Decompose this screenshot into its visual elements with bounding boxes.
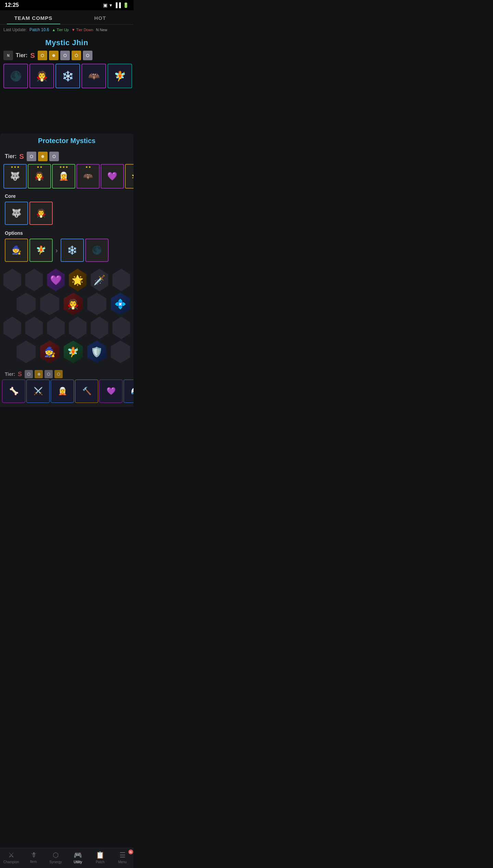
strip-champ-6[interactable]: 🌊 [124,380,134,403]
utility-label: Utility [74,860,82,864]
modal-trait-icons: ⬡ ⊕ ⬡ [27,152,59,161]
nav-utility[interactable]: 🎮 Utility [68,851,87,864]
hex-face-purple-1: 💜 [50,275,62,286]
hex-empty-9 [46,317,66,339]
second-tier-label: Tier: [5,371,15,377]
modal-tier-row: Tier: S ⬡ ⊕ ⬡ [0,147,134,164]
hex-dark-1[interactable]: 🗡️ [89,269,110,291]
trait-icon-3: ⬡ [60,51,70,60]
champ-box-1[interactable]: 🌑 [3,64,28,88]
hex-gold-1[interactable]: 🌟 [67,269,88,291]
bottom-strip[interactable]: 🦴 ⚔️ 🧝 🔨 💜 🌊 🍃 🗡️ [0,380,134,403]
strip-champ-5[interactable]: 💜 [99,380,123,403]
core-label: Core [0,191,134,200]
modal-overlay: Protector Mystics Tier: S ⬡ ⊕ ⬡ ★★★ 🐺 ★★… [0,133,134,407]
hex-blue-1[interactable]: 💠 [109,293,131,315]
hex-empty-14 [109,341,131,363]
hex-red-2[interactable]: 🧙 [39,341,61,363]
update-bar: Last Update: Patch 10.6 ▲ Tier Up ▼ Tier… [0,25,134,35]
hex-row-3 [2,317,131,339]
strip-champ-1[interactable]: 🦴 [2,380,25,403]
strip-champ-2[interactable]: ⚔️ [26,380,50,403]
nav-champion[interactable]: ⚔ Champion [2,851,21,864]
modal-champ-4[interactable]: ★★ 🦇 [76,164,100,189]
menu-icon: ☰ [119,851,126,859]
champ-box-2[interactable]: 🧛 [29,64,54,88]
hex-empty-4 [15,293,37,315]
synergy-icon: ⬡ [53,851,59,859]
hex-purple-1[interactable]: 💜 [46,269,66,291]
status-time: 12:25 [5,2,19,8]
modal-champs[interactable]: ★★★ 🐺 ★★ 🧛 ★★★ 🧝 ★★ 🦇 💜 🌟 🧚 🗡️ [0,164,134,191]
battery-icon: 🔋 [123,2,129,8]
hex-row-4: 🧙 🧚 🛡️ [15,341,131,363]
patch-link[interactable]: Patch 10.6 [29,27,49,32]
hex-face-red-1: 🧛 [67,298,79,310]
menu-label: Menu [118,860,127,864]
tab-team-comps[interactable]: TEAM COMPS [0,10,67,24]
modal-champ-1[interactable]: ★★★ 🐺 [3,164,27,189]
signal-icon: ▐▐ [114,2,121,8]
trait-icon-4: ⬡ [72,51,81,60]
modal-title: Protector Mystics [0,133,134,147]
champs-scroll[interactable]: 🌑 🧛 ❄️ 🦇 🧚 🌿 💜 🗡️ [0,62,134,91]
modal-trait-1: ⬡ [27,152,36,161]
modal-champ-6[interactable]: 🌟 [125,164,134,189]
core-champ-1[interactable]: 🐺 [5,202,28,225]
champ-box-3[interactable]: ❄️ [55,64,80,88]
champ-box-4[interactable]: 🦇 [81,64,106,88]
option-champ-4[interactable]: 🌑 [85,239,109,262]
second-trait-1: ⬡ [25,370,33,378]
hex-empty-13 [15,341,37,363]
new-badge: N [3,51,13,60]
core-row: 🐺 🧛 [0,200,134,228]
strip-champ-3[interactable]: 🧝 [51,380,74,403]
nav-synergy[interactable]: ⬡ Synergy [46,851,65,864]
hex-board: 💜 🌟 🗡️ 🧛 💠 [0,265,134,368]
option-champ-3[interactable]: ❄️ [61,239,84,262]
patch-label: Patch [96,860,105,864]
tier-down-label: ▼ Tier Down [72,28,93,32]
wifi-icon: ▾ [110,2,112,8]
second-trait-2: ⊕ [35,370,43,378]
tier-value: S [30,52,35,60]
hex-empty-6 [86,293,108,315]
modal-champ-3[interactable]: ★★★ 🧝 [52,164,75,189]
core-champ-2[interactable]: 🧛 [29,202,53,225]
status-bar: 12:25 ▣ ▾ ▐▐ 🔋 [0,0,134,10]
hex-empty-12 [111,317,131,339]
champ-face-2: 🧛 [30,64,53,88]
hex-red-1[interactable]: 🧛 [62,293,85,315]
nav-item[interactable]: 🗡 Item [24,851,43,864]
nav-patch[interactable]: 📋 Patch [91,851,110,864]
strip-champ-4[interactable]: 🔨 [75,380,98,403]
options-row: 🧙 🧚 › ❄️ 🌑 [0,237,134,265]
hex-row-2: 🧛 💠 [15,293,131,315]
hex-green-1[interactable]: 🧚 [62,341,85,363]
featured-comp-name: Mystic Jhin [0,35,134,49]
tier-row: N Tier: S ⬡ ⊕ ⬡ ⬡ ⬡ [0,49,134,62]
hex-face-green-1: 🧚 [67,346,79,358]
trait-icon-2: ⊕ [49,51,59,60]
nav-menu[interactable]: ☰ Menu N [113,851,132,864]
modal-tier-label: Tier: [5,153,16,159]
item-label: Item [30,860,37,864]
tab-hot[interactable]: HOT [67,10,134,24]
second-tier-icons: ⬡ ⊕ ⬡ ⬡ [25,370,63,378]
champ-face-4: 🦇 [82,64,105,88]
option-champ-1[interactable]: 🧙 [5,239,28,262]
hex-blue-2[interactable]: 🛡️ [86,341,108,363]
trait-icon-5: ⬡ [83,51,92,60]
tier-new-label: N New [96,28,107,32]
tier-up-label: ▲ Tier Up [52,28,68,32]
second-tier-peek: Tier: S ⬡ ⊕ ⬡ ⬡ [0,368,134,380]
champ-box-5[interactable]: 🧚 [108,64,132,88]
hex-empty-1 [2,269,23,291]
item-icon: 🗡 [30,851,37,859]
modal-champ-2[interactable]: ★★ 🧛 [28,164,51,189]
champ-face-5: 🧚 [108,64,131,88]
modal-champ-5[interactable]: 💜 [101,164,124,189]
second-trait-4: ⬡ [54,370,63,378]
option-champ-2[interactable]: 🧚 [29,239,53,262]
hex-empty-2 [24,269,45,291]
